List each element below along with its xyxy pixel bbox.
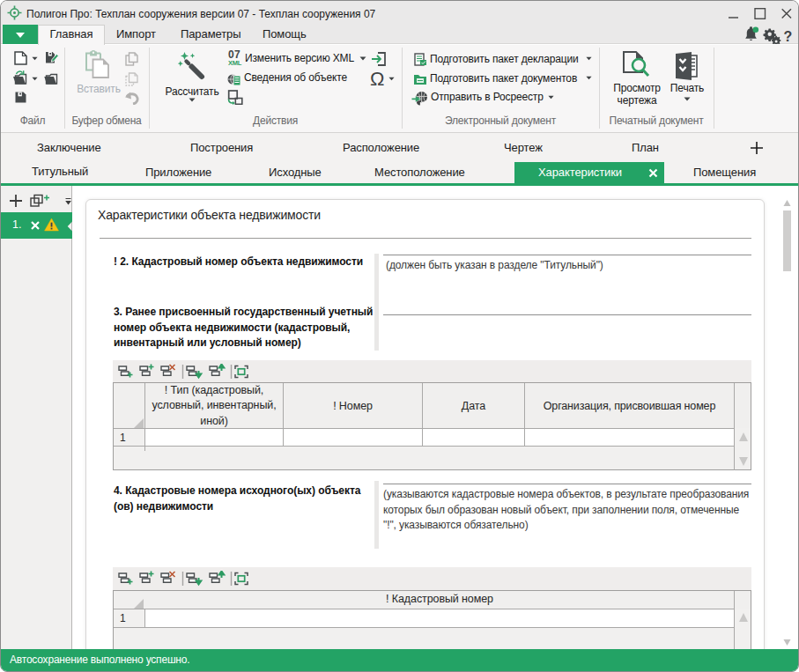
svg-text:?: ? — [784, 29, 793, 44]
